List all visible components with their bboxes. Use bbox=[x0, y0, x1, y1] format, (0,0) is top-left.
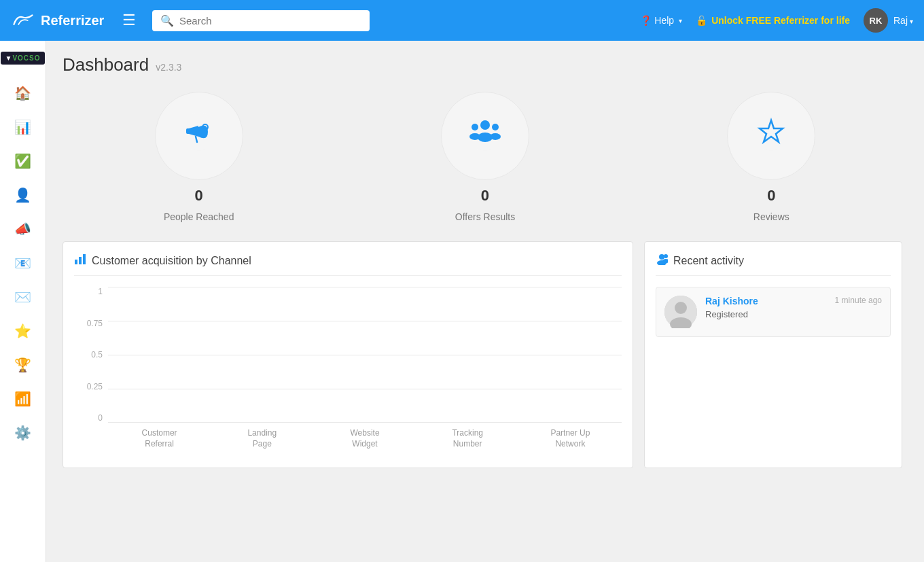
help-icon: ❓ bbox=[640, 15, 652, 26]
stats-row: 0 People Reached 0 Of bbox=[63, 92, 908, 222]
sidebar-item-wifi[interactable]: 📶 bbox=[0, 383, 46, 415]
rewards-icon: 🏆 bbox=[14, 357, 31, 373]
stat-reviews: 0 Reviews bbox=[727, 92, 815, 222]
stat-circle-offers bbox=[441, 92, 529, 180]
activity-top-row: Raj Kishore 1 minute ago bbox=[705, 296, 882, 306]
chart-plot-area bbox=[108, 287, 622, 423]
sidebar-item-rewards[interactable]: 🏆 bbox=[0, 349, 46, 381]
x-label-website-widget: WebsiteWidget bbox=[313, 428, 416, 449]
svg-point-17 bbox=[664, 254, 668, 258]
reviews-icon: ⭐ bbox=[14, 323, 31, 339]
stat-offers-results: 0 Offers Results bbox=[441, 92, 529, 222]
sidebar-item-contacts[interactable]: 👤 bbox=[0, 179, 46, 211]
svg-rect-14 bbox=[83, 254, 86, 264]
svg-point-6 bbox=[472, 124, 478, 130]
sidebar-item-campaigns[interactable]: 📣 bbox=[0, 213, 46, 245]
help-label: Help bbox=[654, 15, 674, 26]
username: Raj bbox=[893, 15, 913, 26]
stat-people-reached: 0 People Reached bbox=[155, 92, 243, 222]
activity-user-name: Raj Kishore bbox=[705, 296, 758, 306]
user-menu[interactable]: RK Raj bbox=[864, 8, 913, 33]
x-label-tracking-number: TrackingNumber bbox=[416, 428, 519, 449]
grid-line-075 bbox=[108, 321, 622, 321]
x-axis: CustomerReferral LandingPage WebsiteWidg… bbox=[108, 423, 622, 457]
page-version: v2.3.3 bbox=[156, 62, 181, 73]
sidebar-item-settings[interactable]: ⚙️ bbox=[0, 417, 46, 449]
sidebar-item-tasks[interactable]: ✅ bbox=[0, 145, 46, 177]
avatar: RK bbox=[864, 8, 888, 33]
sidebar-item-analytics[interactable]: 📊 bbox=[0, 111, 46, 143]
sidebar-item-mail[interactable]: ✉️ bbox=[0, 281, 46, 313]
svg-point-9 bbox=[490, 133, 501, 140]
page-header: Dashboard v2.3.3 bbox=[63, 54, 908, 75]
analytics-icon: 📊 bbox=[14, 119, 31, 135]
y-label-05: 0.5 bbox=[74, 350, 108, 359]
svg-point-3 bbox=[466, 113, 504, 151]
activity-action: Registered bbox=[705, 309, 882, 319]
settings-icon: ⚙️ bbox=[14, 425, 31, 441]
grid-line-025 bbox=[108, 389, 622, 389]
campaigns-icon: 📣 bbox=[14, 221, 31, 237]
page-title: Dashboard bbox=[63, 54, 149, 75]
svg-point-7 bbox=[469, 133, 480, 140]
svg-point-20 bbox=[675, 302, 687, 314]
y-label-0: 0 bbox=[74, 413, 108, 423]
lock-icon: 🔓 bbox=[696, 15, 707, 26]
offers-results-label: Offers Results bbox=[455, 211, 515, 222]
main-content: Dashboard v2.3.3 0 People Reache bbox=[46, 41, 924, 562]
sidebar-item-home[interactable]: 🏠 bbox=[0, 77, 46, 109]
x-label-customer-referral: CustomerReferral bbox=[108, 428, 211, 449]
grid-line-1 bbox=[108, 287, 622, 287]
sidebar: ▼VOCSO 🏠 📊 ✅ 👤 📣 📧 ✉️ ⭐ 🏆 📶 ⚙️ bbox=[0, 41, 46, 562]
search-input[interactable] bbox=[179, 15, 361, 27]
mail-icon: ✉️ bbox=[14, 289, 31, 305]
reviews-value: 0 bbox=[767, 187, 775, 205]
search-icon: 🔍 bbox=[160, 14, 174, 27]
activity-card: Recent activity Raj Kishore 1 minute ago bbox=[644, 241, 902, 468]
sidebar-logo-text: ▼VOCSO bbox=[1, 52, 44, 65]
chart-header-icon bbox=[74, 253, 86, 268]
logo-text: Referrizer bbox=[41, 13, 104, 29]
contacts-icon: 👤 bbox=[14, 187, 31, 203]
search-box: 🔍 bbox=[152, 10, 370, 31]
sidebar-item-email-campaigns[interactable]: 📧 bbox=[0, 247, 46, 279]
help-button[interactable]: ❓ Help bbox=[640, 15, 682, 26]
unlock-button[interactable]: 🔓 Unlock FREE Referrizer for life bbox=[696, 15, 850, 26]
sidebar-item-reviews[interactable]: ⭐ bbox=[0, 315, 46, 347]
chart-title: Customer acquisition by Channel bbox=[92, 255, 251, 267]
activity-title: Recent activity bbox=[673, 255, 744, 267]
svg-rect-1 bbox=[186, 128, 190, 134]
megaphone-icon bbox=[179, 112, 219, 160]
chart-card-header: Customer acquisition by Channel bbox=[74, 253, 622, 276]
activity-time: 1 minute ago bbox=[835, 296, 882, 305]
svg-rect-13 bbox=[79, 257, 82, 264]
activity-header-icon bbox=[656, 253, 668, 268]
activity-item: Raj Kishore 1 minute ago Registered bbox=[656, 287, 891, 337]
grid-line-05 bbox=[108, 355, 622, 355]
nav-right-section: ❓ Help 🔓 Unlock FREE Referrizer for life… bbox=[640, 8, 913, 33]
stat-circle-people bbox=[155, 92, 243, 180]
bottom-row: Customer acquisition by Channel 1 0.75 0… bbox=[63, 241, 908, 468]
sidebar-logo: ▼VOCSO bbox=[0, 48, 49, 69]
y-label-075: 0.75 bbox=[74, 319, 108, 328]
svg-rect-12 bbox=[75, 260, 77, 264]
hamburger-menu[interactable]: ☰ bbox=[117, 9, 141, 32]
y-axis: 1 0.75 0.5 0.25 0 bbox=[74, 287, 108, 423]
offers-results-value: 0 bbox=[481, 187, 489, 205]
svg-point-4 bbox=[480, 120, 490, 130]
tasks-icon: ✅ bbox=[14, 153, 31, 169]
svg-point-8 bbox=[492, 124, 499, 130]
star-icon bbox=[751, 112, 791, 160]
people-reached-value: 0 bbox=[195, 187, 203, 205]
y-label-1: 1 bbox=[74, 287, 108, 296]
svg-point-15 bbox=[659, 254, 664, 260]
home-icon: 🏠 bbox=[14, 85, 31, 101]
activity-card-header: Recent activity bbox=[656, 253, 891, 276]
x-label-partner-up-network: Partner UpNetwork bbox=[519, 428, 622, 449]
chart-card: Customer acquisition by Channel 1 0.75 0… bbox=[63, 241, 633, 468]
chart-area: 1 0.75 0.5 0.25 0 CustomerReferral bbox=[74, 287, 622, 457]
wifi-icon: 📶 bbox=[14, 391, 31, 407]
unlock-label: Unlock FREE Referrizer for life bbox=[711, 15, 850, 26]
people-reached-label: People Reached bbox=[164, 211, 234, 222]
activity-content: Raj Kishore 1 minute ago Registered bbox=[705, 296, 882, 328]
